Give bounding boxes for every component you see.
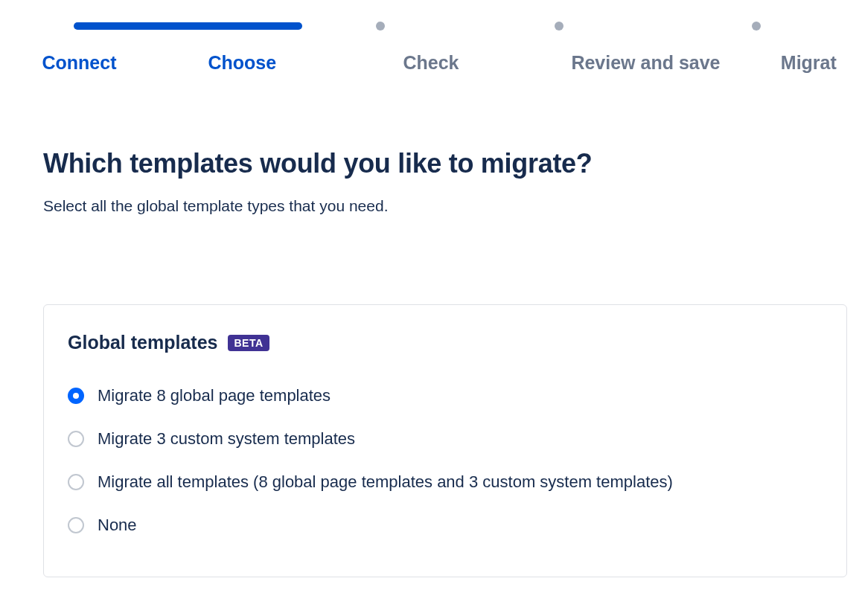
progress-bar-active — [74, 22, 302, 30]
radio-icon — [68, 431, 84, 447]
option-global-page-templates[interactable]: Migrate 8 global page templates — [68, 374, 823, 417]
option-all-templates[interactable]: Migrate all templates (8 global page tem… — [68, 461, 823, 504]
radio-icon — [68, 517, 84, 533]
beta-badge: BETA — [228, 335, 269, 351]
step-label-choose[interactable]: Choose — [150, 52, 335, 74]
template-options-group: Migrate 8 global page templates Migrate … — [68, 374, 823, 547]
option-none[interactable]: None — [68, 504, 823, 547]
step-label-connect[interactable]: Connect — [9, 52, 150, 74]
option-label: Migrate 3 custom system templates — [98, 429, 355, 449]
step-dot-migrate — [752, 22, 761, 31]
progress-stepper: Connect Choose Check Review and save Mig… — [0, 0, 862, 74]
card-title: Global templates — [68, 332, 217, 353]
global-templates-card: Global templates BETA Migrate 8 global p… — [43, 304, 847, 577]
step-label-check[interactable]: Check — [335, 52, 528, 74]
radio-icon — [68, 474, 84, 490]
step-dot-check — [376, 22, 385, 31]
option-label: Migrate 8 global page templates — [98, 386, 331, 405]
main-content: Which templates would you like to migrat… — [0, 74, 804, 577]
option-label: None — [98, 516, 137, 535]
option-custom-system-templates[interactable]: Migrate 3 custom system templates — [68, 417, 823, 461]
page-title: Which templates would you like to migrat… — [43, 148, 804, 179]
radio-icon — [68, 388, 84, 404]
page-subtitle: Select all the global template types tha… — [43, 197, 804, 215]
option-label: Migrate all templates (8 global page tem… — [98, 472, 673, 492]
step-dot-review — [555, 22, 564, 31]
step-label-migrate[interactable]: Migrat — [764, 52, 853, 74]
step-label-review[interactable]: Review and save — [527, 52, 764, 74]
